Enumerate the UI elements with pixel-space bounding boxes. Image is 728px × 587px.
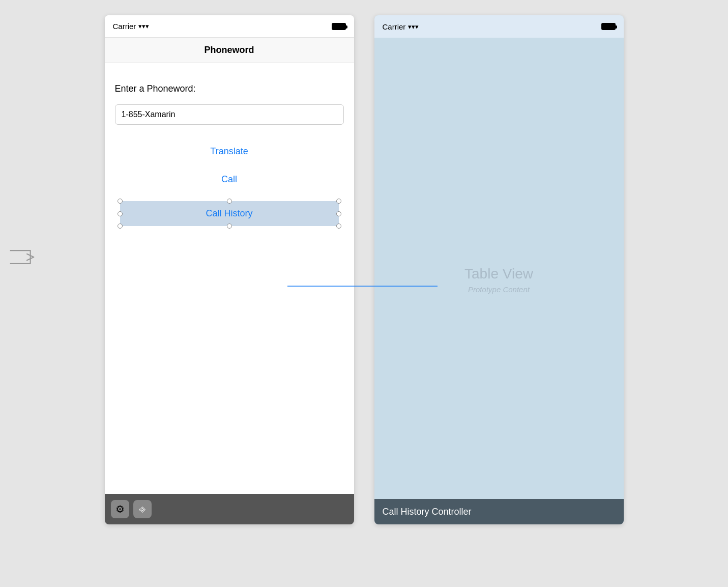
handle-tr (336, 199, 341, 204)
translate-button[interactable]: Translate (115, 140, 344, 163)
right-phone-mockup: Carrier ▾▾▾ Table View Prototype Content… (374, 15, 624, 524)
handle-bl (118, 223, 123, 229)
left-carrier: Carrier ▾▾▾ (113, 22, 150, 31)
left-phone-mockup: Carrier ▾▾▾ Phoneword Enter a Phoneword:… (105, 15, 354, 524)
phoneword-label: Enter a Phoneword: (115, 83, 344, 94)
right-bottom-bar: Call History Controller (374, 499, 624, 524)
right-carrier: Carrier ▾▾▾ (383, 22, 419, 31)
call-history-button[interactable]: Call History (120, 201, 339, 226)
table-view-label: Table View (464, 266, 533, 282)
left-phone-content: Enter a Phoneword: Translate Call Call H… (105, 63, 354, 494)
prototype-content-label: Prototype Content (468, 285, 530, 294)
call-history-wrapper: Call History (120, 201, 339, 226)
call-button[interactable]: Call (115, 168, 344, 191)
exit-icon: ⎆ (133, 500, 152, 518)
phoneword-input[interactable] (115, 104, 344, 125)
arrow-indicator (9, 249, 35, 265)
handle-ml (118, 211, 123, 216)
handle-tl (118, 199, 123, 204)
right-battery-icon (601, 23, 616, 30)
right-status-bar: Carrier ▾▾▾ (374, 15, 624, 38)
handle-tc (227, 199, 232, 204)
left-status-bar: Carrier ▾▾▾ (105, 15, 354, 38)
gear-icon: ⚙ (111, 500, 129, 518)
right-nav-bar (374, 38, 624, 60)
left-bottom-bar: ⚙ ⎆ (105, 494, 354, 524)
right-phone-content: Table View Prototype Content (374, 60, 624, 499)
handle-mr (336, 211, 341, 216)
call-history-controller-label: Call History Controller (383, 507, 472, 517)
right-wifi-icon: ▾▾▾ (408, 23, 419, 31)
left-nav-bar: Phoneword (105, 38, 354, 63)
handle-br (336, 223, 341, 229)
handle-bc (227, 223, 232, 229)
left-battery-icon (332, 23, 346, 30)
left-wifi-icon: ▾▾▾ (138, 22, 149, 30)
page-container: Carrier ▾▾▾ Phoneword Enter a Phoneword:… (0, 0, 728, 587)
left-phone-title: Phoneword (205, 45, 254, 55)
